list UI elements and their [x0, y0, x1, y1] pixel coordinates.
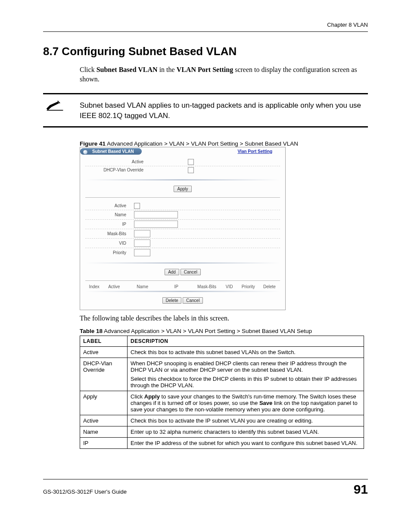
- cancel-button[interactable]: Cancel: [181, 269, 201, 275]
- cell-desc-bold: Apply: [144, 393, 160, 400]
- cell-desc: Enter up to 32 alpha numeric characters …: [128, 426, 364, 438]
- footer-guide-name: GS-3012/GS-3012F User's Guide: [43, 488, 127, 495]
- chapter-header: Chapter 8 VLAN: [43, 22, 368, 32]
- top-settings-section: Active DHCP-Vlan Override: [80, 156, 285, 178]
- table-caption-text: Advanced Application > VLAN > VLAN Port …: [103, 328, 312, 334]
- cell-desc-text: Click: [131, 393, 144, 400]
- form-priority-label: Priority: [85, 250, 134, 255]
- active-label: Active: [85, 159, 147, 164]
- figure-caption-text: Advanced Application > VLAN > VLAN Port …: [106, 140, 298, 147]
- form-active-label: Active: [85, 203, 134, 208]
- cell-label: IP: [80, 438, 128, 449]
- note-text: Subnet based VLAN applies to un-tagged p…: [67, 100, 368, 121]
- cell-label: DHCP-Vlan Override: [80, 358, 128, 391]
- table-row: DHCP-Vlan Override When DHCP snooping is…: [80, 358, 364, 391]
- cancel-button-2[interactable]: Cancel: [183, 297, 203, 304]
- table-row: IP Enter the IP address of the subnet fo…: [80, 438, 364, 449]
- screenshot-panel: Subnet Based VLAN Vlan Port Setting Acti…: [80, 147, 286, 310]
- th-delete: Delete: [259, 284, 280, 289]
- table-header-row: Label Description: [80, 336, 364, 347]
- cell-label: Name: [80, 426, 128, 438]
- form-section: Active Name IP Mask-Bits VID Priority: [80, 199, 285, 261]
- figure-label: Figure 41: [80, 140, 106, 147]
- form-ip-label: IP: [85, 222, 134, 227]
- form-ip-input[interactable]: [134, 221, 178, 228]
- cell-desc-p1: When DHCP snooping is enabled DHCP clien…: [131, 360, 361, 373]
- delete-cancel-row: Delete Cancel: [80, 292, 285, 310]
- table-row: Apply Click Apply to save your changes t…: [80, 391, 364, 415]
- dhcp-override-checkbox[interactable]: [188, 167, 194, 173]
- description-table: Label Description Active Check this box …: [80, 336, 364, 449]
- dhcp-override-label: DHCP-Vlan Override: [85, 168, 147, 172]
- cell-desc: Click Apply to save your changes to the …: [128, 391, 364, 415]
- cell-desc-bold: Save: [259, 400, 272, 406]
- intro-bold-1: Subnet Based VLAN: [97, 66, 158, 73]
- form-vid-label: VID: [85, 241, 134, 246]
- vlan-port-setting-link[interactable]: Vlan Port Setting: [237, 149, 272, 154]
- cell-desc: Check this box to activate the IP subnet…: [128, 415, 364, 426]
- table-row: Active Check this box to activate this s…: [80, 347, 364, 358]
- th-priority: Priority: [238, 284, 259, 289]
- th-index: Index: [85, 284, 103, 289]
- cell-desc: When DHCP snooping is enabled DHCP clien…: [128, 358, 364, 391]
- note-block: Subnet based VLAN applies to un-tagged p…: [43, 93, 368, 128]
- th-vid: VID: [221, 284, 237, 289]
- cell-label: Active: [80, 347, 128, 358]
- section-heading: 8.7 Configuring Subnet Based VLAN: [43, 45, 368, 58]
- table-row: Name Enter up to 32 alpha numeric charac…: [80, 426, 364, 438]
- th-active: Active: [103, 284, 125, 289]
- screenshot-titlebar: Subnet Based VLAN Vlan Port Setting: [80, 147, 285, 156]
- table-caption: Table 18 Advanced Application > VLAN > V…: [80, 328, 368, 334]
- cell-desc: Check this box to activate this subnet b…: [128, 347, 364, 358]
- form-maskbits-input[interactable]: [134, 230, 150, 237]
- note-pen-icon: [43, 100, 67, 113]
- after-figure-text: The following table describes the labels…: [80, 314, 368, 322]
- form-maskbits-label: Mask-Bits: [85, 231, 134, 236]
- table-row: Active Check this box to activate the IP…: [80, 415, 364, 426]
- intro-text: in the: [158, 66, 177, 73]
- th-name: Name: [125, 284, 160, 289]
- form-priority-input[interactable]: [134, 249, 150, 256]
- cell-label: Active: [80, 415, 128, 426]
- add-cancel-row: Add Cancel: [80, 264, 285, 279]
- apply-button[interactable]: Apply: [174, 186, 191, 192]
- delete-button[interactable]: Delete: [162, 297, 182, 304]
- intro-bold-2: VLAN Port Setting: [177, 66, 234, 73]
- th-description: Description: [128, 336, 364, 347]
- add-button[interactable]: Add: [165, 269, 179, 275]
- divider: [85, 280, 280, 281]
- th-maskbits: Mask-Bits: [193, 284, 221, 289]
- intro-text: Click: [80, 66, 97, 73]
- form-name-input[interactable]: [134, 211, 178, 218]
- page-footer: GS-3012/GS-3012F User's Guide 91: [43, 479, 368, 497]
- th-label: Label: [80, 336, 128, 347]
- form-active-checkbox[interactable]: [134, 203, 140, 209]
- cell-label: Apply: [80, 391, 128, 415]
- form-vid-input[interactable]: [134, 240, 150, 247]
- cell-desc-p2: Select this checkbox to force the DHCP c…: [131, 376, 361, 389]
- form-name-label: Name: [85, 212, 134, 217]
- active-checkbox[interactable]: [188, 159, 194, 165]
- th-ip: IP: [160, 284, 193, 289]
- figure-caption: Figure 41 Advanced Application > VLAN > …: [80, 140, 368, 147]
- intro-paragraph: Click Subnet Based VLAN in the VLAN Port…: [80, 65, 368, 84]
- list-table-header: Index Active Name IP Mask-Bits VID Prior…: [80, 283, 285, 290]
- footer-page-number: 91: [354, 482, 368, 497]
- table-label: Table 18: [80, 328, 103, 334]
- panel-title-tab: Subnet Based VLAN: [80, 148, 142, 155]
- apply-button-row: Apply: [80, 180, 285, 196]
- cell-desc: Enter the IP address of the subnet for w…: [128, 438, 364, 449]
- divider: [85, 197, 280, 198]
